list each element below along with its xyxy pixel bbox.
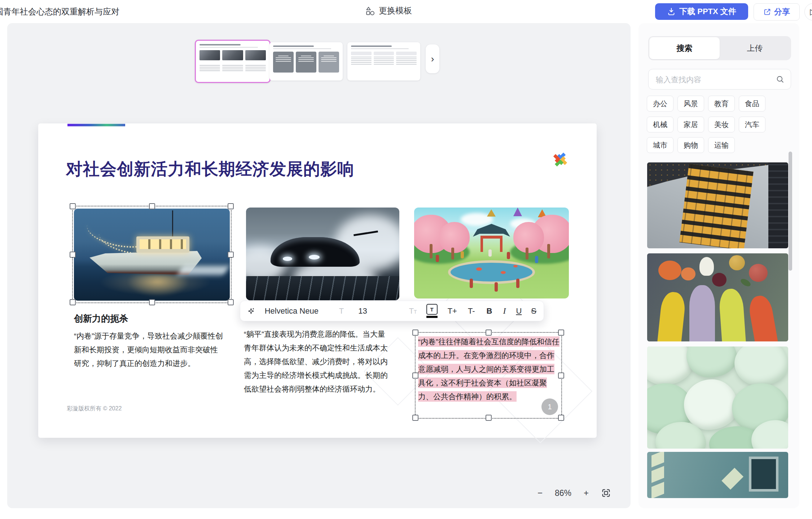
download-icon xyxy=(667,7,676,16)
slide-page[interactable]: 对社会创新活力和长期经济发展的影响 xyxy=(38,123,597,438)
share-button[interactable]: 分享 xyxy=(754,3,800,21)
selection-handle[interactable] xyxy=(228,203,234,209)
category-chip-education[interactable]: 教育 xyxy=(708,96,735,112)
selection-handle[interactable] xyxy=(558,372,564,379)
category-chip-office[interactable]: 办公 xyxy=(647,96,673,112)
zoom-out-button[interactable]: − xyxy=(537,488,543,498)
selection-handle[interactable] xyxy=(149,203,155,209)
category-chip-transport[interactable]: 运输 xyxy=(708,137,735,153)
asset-image-green-stones[interactable] xyxy=(647,346,788,449)
search-icon[interactable] xyxy=(776,75,785,84)
document-title[interactable]: 国青年社会心态的双重解析与应对 xyxy=(0,6,119,17)
highlight-color-button[interactable]: T xyxy=(426,304,438,318)
category-chip-food[interactable]: 食品 xyxy=(739,96,765,112)
bold-button[interactable]: B xyxy=(487,306,492,316)
search-input[interactable] xyxy=(655,69,772,90)
title-style-button[interactable]: T xyxy=(339,306,344,316)
increase-font-button[interactable]: T+ xyxy=(448,306,457,316)
underline-button[interactable]: U xyxy=(516,306,522,316)
selection-handle[interactable] xyxy=(70,252,76,258)
slide-accent-bar xyxy=(67,124,125,126)
zoom-controls: − 86% + xyxy=(537,488,611,498)
category-chip-cars[interactable]: 汽车 xyxy=(739,117,765,132)
category-chip-beauty[interactable]: 美妆 xyxy=(708,117,735,132)
search-box xyxy=(648,69,791,90)
category-chip-city[interactable]: 城市 xyxy=(647,137,673,153)
editor-canvas: › 对社会创新活力和长期经济发展的影响 xyxy=(7,23,631,508)
selection-handle[interactable] xyxy=(149,299,155,305)
slide-image-car[interactable] xyxy=(246,208,399,300)
asset-image-building-reflection[interactable] xyxy=(647,162,788,248)
selection-handle[interactable] xyxy=(558,330,564,336)
slide-thumbnail-2[interactable] xyxy=(269,42,343,80)
category-chip-shopping[interactable]: 购物 xyxy=(677,137,704,153)
text-format-toolbar: Helvetica Neue T 13 TT T T+ T- B I U S xyxy=(240,301,544,321)
download-label: 下载 PPTX 文件 xyxy=(679,6,736,17)
sidebar-tabs: 搜索 上传 xyxy=(648,36,791,60)
chevron-right-icon: › xyxy=(431,53,434,65)
selection-handle[interactable] xyxy=(412,415,418,421)
selection-handle[interactable] xyxy=(486,415,492,421)
change-template-button[interactable]: 更换模板 xyxy=(365,5,412,16)
font-size-value[interactable]: 13 xyxy=(358,306,367,316)
zoom-in-button[interactable]: + xyxy=(584,488,589,498)
selection-handle[interactable] xyxy=(486,330,492,336)
present-button[interactable]: ▷ xyxy=(804,3,812,21)
text-selection-box[interactable]: “内卷”往往伴随着社会互信度的降低和信任成本的上升。在竞争激烈的环境中，合作意愿… xyxy=(415,332,562,419)
zoom-level[interactable]: 86% xyxy=(555,488,571,498)
selection-handle[interactable] xyxy=(228,252,234,258)
category-chip-home[interactable]: 家居 xyxy=(677,117,704,132)
category-chip-machinery[interactable]: 机械 xyxy=(647,117,673,132)
slide-footer-copyright[interactable]: 彩漩版权所有 © 2022 xyxy=(67,405,122,413)
change-template-label: 更换模板 xyxy=(379,5,412,16)
selection-handle[interactable] xyxy=(412,330,418,336)
selection-handle[interactable] xyxy=(412,372,418,379)
slide-image-garden[interactable] xyxy=(414,208,569,298)
asset-sidebar: 搜索 上传 办公 风景 教育 食品 机械 家居 美妆 汽车 城市 购物 运输 xyxy=(638,23,799,508)
asset-image-teal-room[interactable] xyxy=(647,452,788,498)
selection-handle[interactable] xyxy=(558,415,564,421)
brand-pinwheel-logo xyxy=(551,150,570,169)
shapes-icon xyxy=(365,6,375,16)
top-bar: 国青年社会心态的双重解析与应对 更换模板 下载 PPTX 文件 分享 ▷ xyxy=(0,0,812,23)
italic-button[interactable]: I xyxy=(503,306,506,316)
image-selection-box[interactable] xyxy=(72,206,232,303)
asset-image-gloves-flowers[interactable] xyxy=(647,253,788,341)
highlighted-text: “内卷”往往伴随着社会互信度的降低和信任成本的上升。在竞争激烈的环境中，合作意愿… xyxy=(418,336,559,402)
text-case-button[interactable]: TT xyxy=(409,306,417,316)
column-paragraph-2[interactable]: “躺平”直接表现为消费意愿的降低。当大量青年群体认为未来的不确定性和生活成本太高… xyxy=(244,327,392,396)
category-chip-scenery[interactable]: 风景 xyxy=(677,96,704,112)
font-family-select[interactable]: Helvetica Neue xyxy=(265,306,333,316)
slide-thumbnail-3[interactable] xyxy=(347,42,420,80)
selection-handle[interactable] xyxy=(70,299,76,305)
play-icon: ▷ xyxy=(810,7,812,17)
sidebar-scrollbar[interactable] xyxy=(789,152,792,271)
slide-thumbnail-1-selected[interactable] xyxy=(195,40,271,83)
fit-to-screen-button[interactable] xyxy=(601,488,611,498)
selection-handle[interactable] xyxy=(228,299,234,305)
decrease-font-button[interactable]: T- xyxy=(468,306,475,316)
strikethrough-button[interactable]: S xyxy=(531,306,536,316)
selection-handle[interactable] xyxy=(70,203,76,209)
download-pptx-button[interactable]: 下载 PPTX 文件 xyxy=(655,3,748,20)
column-heading[interactable]: 创新力的扼杀 xyxy=(74,313,128,324)
share-icon xyxy=(763,8,771,16)
slide-title[interactable]: 对社会创新活力和长期经济发展的影响 xyxy=(66,158,354,180)
share-label: 分享 xyxy=(774,6,790,17)
ai-sparkle-icon[interactable] xyxy=(247,306,255,316)
column-paragraph-1[interactable]: “内卷”源于存量竞争，导致社会减少颠覆性创新和长期投资，更倾向短期收益而非突破性… xyxy=(74,329,223,370)
tab-search[interactable]: 搜索 xyxy=(649,37,720,59)
highlight-color-swatch xyxy=(426,316,438,318)
column-paragraph-3[interactable]: “内卷”往往伴随着社会互信度的降低和信任成本的上升。在竞争激烈的环境中，合作意愿… xyxy=(418,335,559,404)
selection-count-badge: 1 xyxy=(541,398,558,415)
thumbnails-next-button[interactable]: › xyxy=(426,44,439,73)
tab-upload[interactable]: 上传 xyxy=(720,37,790,59)
